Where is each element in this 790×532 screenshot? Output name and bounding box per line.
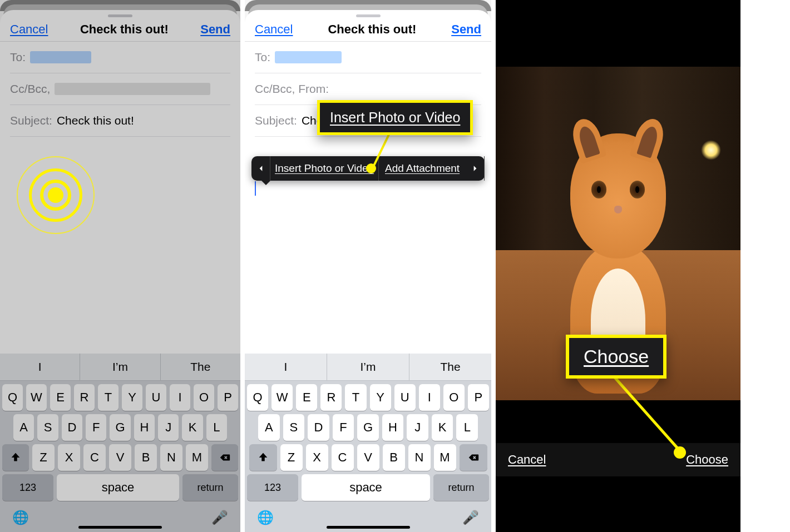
suggestion-1[interactable]: I bbox=[245, 354, 327, 380]
home-indicator[interactable] bbox=[78, 526, 162, 529]
key-row-1: QWERTYUIOP bbox=[0, 381, 240, 411]
suggestion-3[interactable]: The bbox=[161, 354, 240, 380]
tap-target-icon bbox=[17, 156, 95, 234]
suggestion-2[interactable]: I’m bbox=[80, 354, 160, 380]
keyboard[interactable]: I I’m The QWERTYUIOP ASDFGHJKL ZXCVBNM 1… bbox=[0, 354, 240, 532]
mic-icon[interactable]: 🎤 bbox=[211, 510, 228, 525]
message-body[interactable] bbox=[0, 137, 240, 281]
panel-2-context-menu: Cancel Check this out! Send To: Cc/Bcc, … bbox=[243, 0, 493, 532]
globe-icon[interactable]: 🌐 bbox=[12, 510, 29, 525]
to-field[interactable]: To: bbox=[255, 42, 481, 73]
send-button[interactable]: Send bbox=[451, 22, 481, 37]
numbers-key[interactable]: 123 bbox=[2, 474, 53, 501]
compose-title: Check this out! bbox=[328, 22, 416, 37]
to-recipient-redacted bbox=[30, 51, 91, 63]
context-menu: Insert Photo or Video Add Attachment bbox=[251, 156, 485, 181]
sheet-grabber[interactable] bbox=[356, 14, 381, 17]
backspace-key[interactable] bbox=[460, 444, 487, 471]
from-redacted bbox=[55, 83, 210, 95]
compose-title: Check this out! bbox=[80, 22, 169, 37]
keyboard[interactable]: I I’m The QWERTYUIOP ASDFGHJKL ZXCVBNM 1… bbox=[245, 354, 491, 532]
mic-icon[interactable]: 🎤 bbox=[462, 510, 479, 525]
backspace-key[interactable] bbox=[211, 444, 238, 471]
suggestion-3[interactable]: The bbox=[409, 354, 491, 380]
suggestion-bar[interactable]: I I’m The bbox=[0, 354, 240, 381]
key-row-1: QWERTYUIOP bbox=[245, 381, 491, 411]
key-row-2: ASDFGHJKL bbox=[0, 411, 240, 441]
key-row-3: ZXCVBNM bbox=[245, 441, 491, 471]
home-indicator[interactable] bbox=[327, 526, 410, 529]
return-key[interactable]: return bbox=[433, 474, 489, 501]
key-row-3: ZXCVBNM bbox=[0, 441, 240, 471]
menu-prev-icon[interactable] bbox=[251, 156, 270, 181]
ccbcc-field[interactable]: Cc/Bcc, bbox=[10, 73, 230, 105]
text-caret bbox=[255, 181, 256, 196]
numbers-key[interactable]: 123 bbox=[247, 474, 298, 501]
shift-key[interactable] bbox=[2, 444, 29, 471]
suggestion-2[interactable]: I’m bbox=[327, 354, 409, 380]
shift-key[interactable] bbox=[249, 444, 277, 471]
space-key[interactable]: space bbox=[302, 474, 430, 501]
cancel-button[interactable]: Cancel bbox=[10, 22, 48, 37]
callout-choose: Choose bbox=[566, 335, 666, 379]
subject-field[interactable]: Subject: Check this out! bbox=[10, 105, 230, 137]
menu-add-attachment[interactable]: Add Attachment bbox=[379, 156, 466, 181]
photo-choose-button[interactable]: Choose bbox=[686, 453, 728, 467]
menu-insert-photo-video[interactable]: Insert Photo or Video bbox=[270, 156, 378, 181]
suggestion-bar[interactable]: I I’m The bbox=[245, 354, 491, 381]
lamp-icon bbox=[701, 140, 721, 160]
globe-icon[interactable]: 🌐 bbox=[257, 510, 274, 525]
callout-insert-photo: Insert Photo or Video bbox=[317, 100, 473, 135]
key-row-2: ASDFGHJKL bbox=[245, 411, 491, 441]
to-field[interactable]: To: bbox=[10, 42, 230, 73]
panel-3-photo-picker: Choose Cancel Choose bbox=[493, 0, 740, 532]
to-recipient-redacted bbox=[275, 51, 342, 63]
return-key[interactable]: return bbox=[182, 474, 238, 501]
send-button[interactable]: Send bbox=[200, 22, 230, 37]
sheet-grabber[interactable] bbox=[108, 14, 132, 17]
photo-action-bar: Cancel Choose bbox=[496, 443, 740, 476]
suggestion-1[interactable]: I bbox=[0, 354, 80, 380]
space-key[interactable]: space bbox=[57, 474, 179, 501]
panel-1-compose-tap: Cancel Check this out! Send To: Cc/Bcc, … bbox=[0, 0, 243, 532]
photo-cancel-button[interactable]: Cancel bbox=[508, 453, 546, 467]
cancel-button[interactable]: Cancel bbox=[255, 22, 293, 37]
menu-next-icon[interactable] bbox=[466, 156, 485, 181]
